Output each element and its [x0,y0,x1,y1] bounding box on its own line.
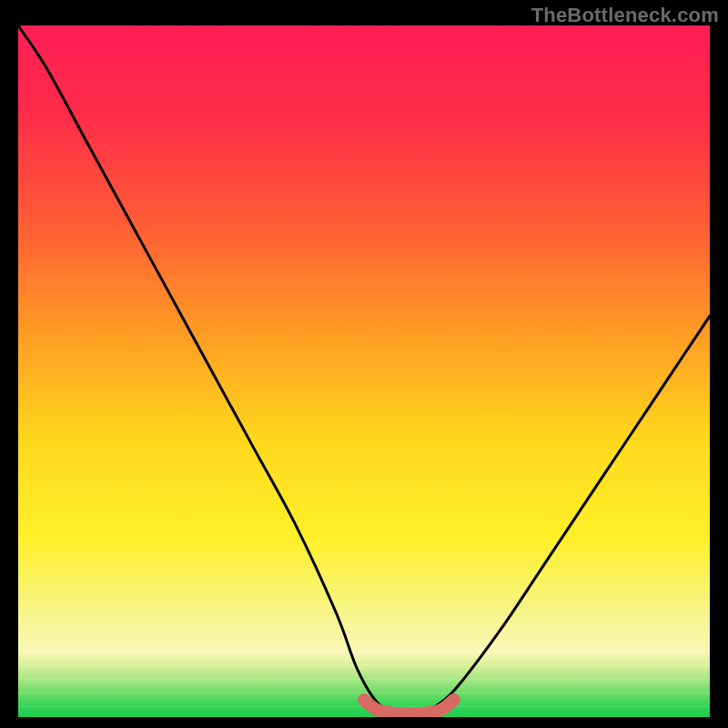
bottleneck-chart [18,25,710,717]
watermark-text: TheBottleneck.com [531,4,719,27]
chart-frame: TheBottleneck.com [0,0,728,728]
gradient-background [18,25,710,717]
plot-outer [18,25,710,717]
